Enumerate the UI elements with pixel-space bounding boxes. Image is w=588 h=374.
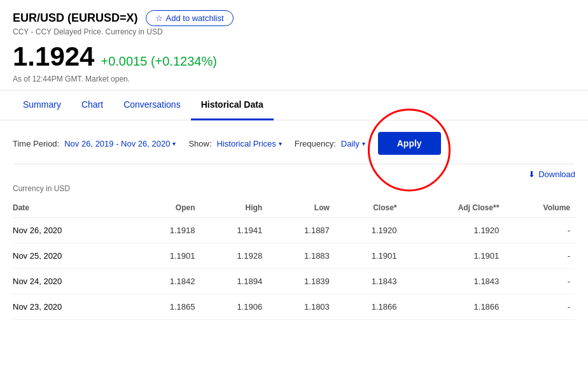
cell-low: 1.1839 [267,269,335,294]
time-period-dropdown[interactable]: Nov 26, 2019 - Nov 26, 2020 ▾ [64,139,176,148]
cell-date: Nov 24, 2020 [13,269,133,294]
time-period-group: Time Period: Nov 26, 2019 - Nov 26, 2020… [13,139,176,148]
cell-low: 1.1887 [267,218,335,243]
show-dropdown[interactable]: Historical Prices ▾ [217,139,282,148]
cell-open: 1.1865 [133,294,200,320]
ticker-subtitle: CCY - CCY Delayed Price. Currency in USD [13,27,575,36]
cell-high: 1.1928 [200,243,267,269]
show-value: Historical Prices [217,139,276,148]
cell-close: 1.1920 [335,218,402,243]
chevron-down-icon: ▾ [172,140,176,147]
col-close: Close* [335,198,402,218]
chevron-down-icon: ▾ [279,140,282,147]
show-group: Show: Historical Prices ▾ [188,139,281,148]
cell-volume: - [504,218,575,243]
col-open: Open [133,198,200,218]
tabs-bar: Summary Chart Conversations Historical D… [0,90,588,120]
col-volume: Volume [504,198,575,218]
price-change: +0.0015 (+0.1234%) [101,54,216,69]
download-link[interactable]: ⬇ Download [528,169,575,179]
cell-high: 1.1941 [200,218,267,243]
table-header: Date Open High Low Close* Adj Close** Vo… [13,198,575,218]
table-row: Nov 25, 20201.19011.19281.18831.19011.19… [13,243,575,269]
cell-date: Nov 26, 2020 [13,218,133,243]
cell-high: 1.1906 [200,294,267,320]
tab-chart[interactable]: Chart [71,90,113,120]
download-icon: ⬇ [528,169,535,179]
header: EUR/USD (EURUSD=X) ☆ Add to watchlist CC… [0,0,588,90]
add-to-watchlist-button[interactable]: ☆ Add to watchlist [146,10,234,26]
table-header-row: Date Open High Low Close* Adj Close** Vo… [13,198,575,218]
table-row: Nov 24, 20201.18421.18941.18391.18431.18… [13,269,575,294]
historical-data-table: Date Open High Low Close* Adj Close** Vo… [13,198,575,320]
frequency-group: Frequency: Daily ▾ [295,139,365,148]
table-body: Nov 26, 20201.19181.19411.18871.19201.19… [13,218,575,320]
ticker-row: EUR/USD (EURUSD=X) ☆ Add to watchlist [13,10,575,26]
col-high: High [200,198,267,218]
show-label: Show: [188,139,211,148]
tab-conversations[interactable]: Conversations [113,90,191,120]
cell-open: 1.1918 [133,218,200,243]
cell-date: Nov 25, 2020 [13,243,133,269]
frequency-value: Daily [341,139,360,148]
col-adj-close: Adj Close** [402,198,505,218]
currency-label: Currency in USD [13,182,575,198]
table-row: Nov 26, 20201.19181.19411.18871.19201.19… [13,218,575,243]
table-row: Nov 23, 20201.18651.19061.18031.18661.18… [13,294,575,320]
chevron-down-icon: ▾ [362,140,365,147]
price-value: 1.1924 [13,41,94,72]
watchlist-label: Add to watchlist [166,13,224,23]
tab-historical-data[interactable]: Historical Data [191,90,274,120]
star-icon: ☆ [155,13,163,23]
apply-button[interactable]: Apply [378,132,441,155]
cell-close: 1.1866 [335,294,402,320]
ticker-title: EUR/USD (EURUSD=X) [13,11,138,25]
time-period-label: Time Period: [13,139,59,148]
apply-button-wrapper: Apply [378,132,441,155]
cell-adj-close: 1.1843 [402,269,505,294]
cell-low: 1.1883 [267,243,335,269]
cell-close: 1.1901 [335,243,402,269]
content-section: Time Period: Nov 26, 2019 - Nov 26, 2020… [0,120,588,320]
cell-volume: - [504,269,575,294]
cell-open: 1.1842 [133,269,200,294]
tab-summary[interactable]: Summary [13,90,71,120]
col-date: Date [13,198,133,218]
cell-open: 1.1901 [133,243,200,269]
frequency-label: Frequency: [295,139,336,148]
cell-adj-close: 1.1866 [402,294,505,320]
price-row: 1.1924 +0.0015 (+0.1234%) [13,41,575,72]
price-time: As of 12:44PM GMT. Market open. [13,75,575,83]
download-label: Download [538,169,575,179]
download-row: ⬇ Download [13,164,575,182]
cell-adj-close: 1.1920 [402,218,505,243]
cell-high: 1.1894 [200,269,267,294]
time-period-value: Nov 26, 2019 - Nov 26, 2020 [64,139,170,148]
cell-date: Nov 23, 2020 [13,294,133,320]
cell-volume: - [504,243,575,269]
cell-close: 1.1843 [335,269,402,294]
filter-bar: Time Period: Nov 26, 2019 - Nov 26, 2020… [13,120,575,164]
cell-low: 1.1803 [267,294,335,320]
frequency-dropdown[interactable]: Daily ▾ [341,139,365,148]
col-low: Low [267,198,335,218]
cell-volume: - [504,294,575,320]
cell-adj-close: 1.1901 [402,243,505,269]
